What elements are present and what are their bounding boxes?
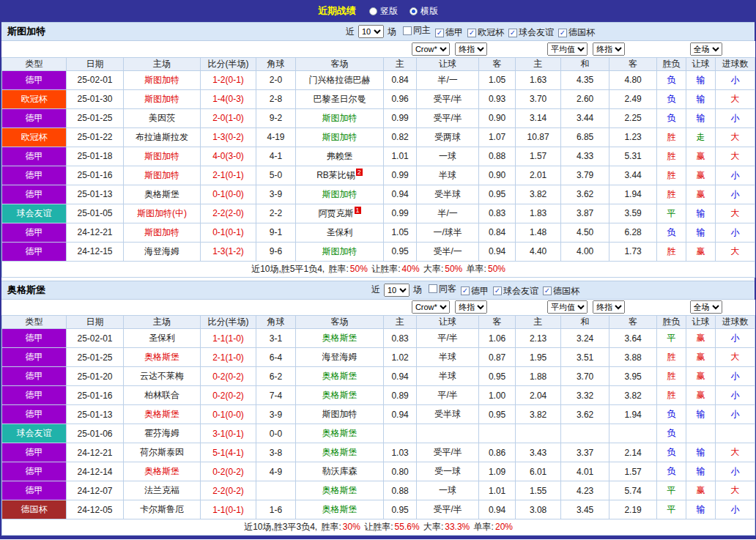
cell-score[interactable]: 0-1(0-0) — [201, 185, 256, 204]
cell-score[interactable]: 1-1(0-1) — [201, 500, 256, 519]
cell-home[interactable]: 奥格斯堡 — [124, 462, 201, 481]
league-filter-checkbox[interactable]: 同主 — [403, 24, 431, 37]
cell-away[interactable]: 奥格斯堡 — [296, 424, 384, 443]
cell-home[interactable]: 海登海姆 — [124, 242, 201, 261]
cell-score[interactable]: 2-0(1-0) — [201, 108, 256, 127]
scope-select[interactable]: 全场 — [690, 300, 722, 314]
cell-score[interactable]: 1-1(1-0) — [201, 329, 256, 348]
cell-away[interactable]: 巴黎圣日尔曼 — [296, 89, 384, 108]
cell-away[interactable]: 斯图加特 — [296, 108, 384, 127]
scope-select[interactable]: 全场 — [690, 42, 722, 56]
cell-score[interactable]: 2-2(0-2) — [201, 481, 256, 500]
league-filter-checkbox[interactable]: ✓德甲 — [461, 285, 489, 297]
cell-away[interactable]: 勒沃库森 — [296, 462, 384, 481]
cell-score[interactable]: 2-1(1-0) — [201, 348, 256, 367]
summary-stat-label: 大率: — [423, 264, 443, 274]
cell-home[interactable]: 柏林联合 — [124, 386, 201, 405]
cell-home[interactable]: 霍芬海姆 — [124, 424, 201, 443]
league-filter-checkbox[interactable]: ✓德国杯 — [543, 285, 579, 297]
bookmaker-select[interactable]: Crow* — [412, 42, 450, 56]
cell-score[interactable]: 1-3(1-2) — [201, 242, 256, 261]
cell-home[interactable]: 美因茨 — [124, 108, 201, 127]
cell-home[interactable]: 斯图加特(中) — [124, 204, 201, 223]
cell-home[interactable]: 斯图加特 — [124, 223, 201, 242]
cell-odds-away: 1.00 — [479, 386, 516, 405]
cell-home[interactable]: 荷尔斯泰因 — [124, 443, 201, 462]
cell-away[interactable]: 奥格斯堡 — [296, 481, 384, 500]
cell-away[interactable]: RB莱比锡2 — [296, 166, 384, 185]
cell-away[interactable]: 奥格斯堡 — [296, 500, 384, 519]
cell-score[interactable]: 2-1(0-1) — [201, 166, 256, 185]
average-select[interactable]: 平均值 — [547, 300, 588, 314]
cell-away[interactable]: 奥格斯堡 — [296, 329, 384, 348]
cell-away[interactable]: 弗赖堡 — [296, 147, 384, 166]
cell-score[interactable]: 1-3(0-2) — [201, 127, 256, 147]
average-stage-select[interactable]: 终指 — [593, 42, 625, 56]
bookmaker-select[interactable]: Crow* — [412, 300, 450, 314]
cell-away[interactable]: 斯图加特 — [296, 185, 384, 204]
view-radio[interactable]: 竖版 — [369, 5, 398, 18]
cell-score[interactable]: 0-1(0-0) — [201, 405, 256, 424]
cell-date: 25-01-20 — [67, 367, 124, 386]
cell-score[interactable]: 5-1(4-1) — [201, 443, 256, 462]
cell-away[interactable]: 斯图加特 — [296, 127, 384, 147]
league-filter-checkbox[interactable]: ✓德甲 — [435, 26, 463, 39]
cell-res-outcome: 平 — [657, 481, 686, 500]
cell-away[interactable]: 奥格斯堡 — [296, 367, 384, 386]
cell-home[interactable]: 布拉迪斯拉发 — [124, 127, 201, 147]
cell-odds-away: 0.94 — [479, 500, 516, 519]
filter-label: 德国杯 — [568, 26, 595, 39]
cell-home[interactable]: 云达不莱梅 — [124, 367, 201, 386]
col-header-avg-away: 客 — [609, 316, 657, 329]
league-filter-checkbox[interactable]: ✓球会友谊 — [508, 26, 554, 39]
cell-res-outcome: 负 — [657, 223, 686, 242]
cell-home[interactable]: 奥格斯堡 — [124, 348, 201, 367]
col-header-avg-home: 主 — [516, 57, 561, 70]
table-row: 球会友谊25-01-05斯图加特(中)2-2(2-0)2-2阿贾克斯10.99半… — [2, 204, 755, 223]
cell-odds-away: 0.87 — [479, 348, 516, 367]
cell-away[interactable]: 门兴格拉德巴赫 — [296, 70, 384, 89]
league-filter-checkbox[interactable]: ✓欧冠杯 — [467, 26, 504, 39]
cell-score[interactable]: 2-2(2-0) — [201, 204, 256, 223]
cell-corner: 9-1 — [256, 223, 296, 242]
cell-home[interactable]: 卡尔斯鲁厄 — [124, 500, 201, 519]
cell-corner: 3-8 — [256, 443, 296, 462]
league-filter-checkbox[interactable]: 同客 — [429, 283, 456, 295]
cell-away[interactable]: 阿贾克斯1 — [296, 204, 384, 223]
league-filter-checkbox[interactable]: ✓德国杯 — [558, 26, 595, 39]
cell-score[interactable]: 0-2(0-2) — [201, 462, 256, 481]
cell-score[interactable]: 1-4(0-3) — [201, 89, 256, 108]
cell-score[interactable]: 0-2(0-2) — [201, 386, 256, 405]
cell-home[interactable]: 法兰克福 — [124, 481, 201, 500]
cell-home[interactable]: 奥格斯堡 — [124, 185, 201, 204]
cell-score[interactable]: 1-2(0-1) — [201, 70, 256, 89]
cell-away[interactable]: 斯图加特 — [296, 405, 384, 424]
league-filter-checkbox[interactable]: ✓球会友谊 — [493, 285, 538, 297]
cell-score[interactable]: 0-1(0-1) — [201, 223, 256, 242]
cell-avg-home: 1.55 — [516, 481, 561, 500]
cell-home[interactable]: 斯图加特 — [124, 89, 201, 108]
bookmaker-stage-select[interactable]: 终指 — [455, 42, 487, 56]
cell-home[interactable]: 奥格斯堡 — [124, 405, 201, 424]
cell-away[interactable]: 圣保利 — [296, 223, 384, 242]
cell-score[interactable]: 4-0(3-0) — [201, 147, 256, 166]
cell-home[interactable]: 圣保利 — [124, 329, 201, 348]
cell-away[interactable]: 海登海姆 — [296, 348, 384, 367]
cell-score[interactable]: 0-2(0-2) — [201, 367, 256, 386]
cell-home[interactable]: 斯图加特 — [124, 166, 201, 185]
cell-score[interactable]: 3-1(0-1) — [201, 424, 256, 443]
cell-home[interactable]: 斯图加特 — [124, 147, 201, 166]
cell-away[interactable]: 奥格斯堡 — [296, 443, 384, 462]
bookmaker-stage-select[interactable]: 终指 — [455, 300, 487, 314]
average-select[interactable]: 平均值 — [547, 42, 588, 56]
cell-home[interactable]: 斯图加特 — [124, 70, 201, 89]
recent-count-select[interactable]: 10 — [384, 284, 410, 297]
average-stage-select[interactable]: 终指 — [593, 300, 625, 314]
cell-avg-draw: 4.00 — [561, 242, 609, 261]
recent-count-select[interactable]: 10 — [358, 25, 384, 38]
cell-away[interactable]: 奥格斯堡 — [296, 386, 384, 405]
odds-source-row: Crow* 终指 平均值 终指 全场 — [2, 300, 755, 316]
summary-text: 近10场,胜3平3负4, 胜率:30% 让胜率:55.6% 大率:33.3% 单… — [2, 519, 755, 536]
cell-away[interactable]: 斯图加特 — [296, 242, 384, 261]
view-radio[interactable]: 横版 — [410, 5, 438, 18]
